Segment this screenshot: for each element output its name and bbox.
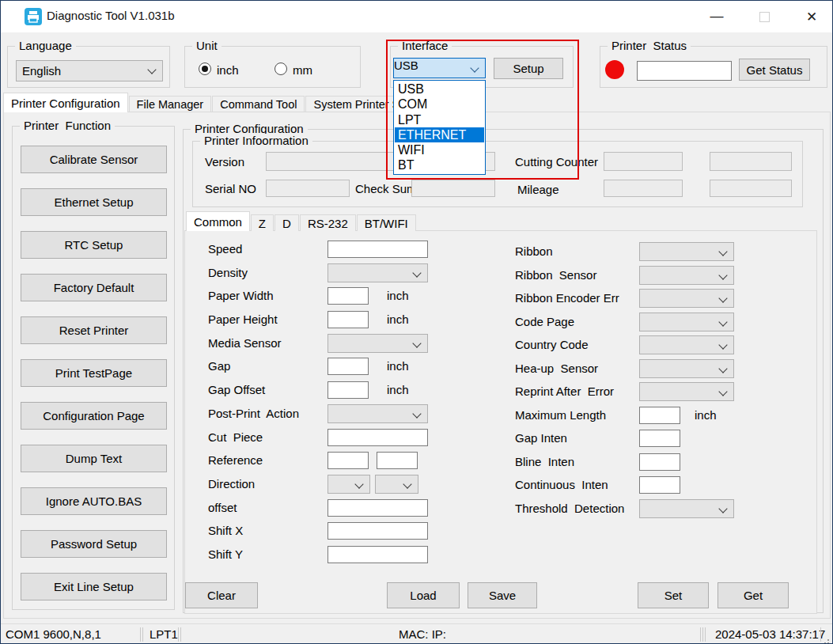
- interface-option-lpt[interactable]: LPT: [395, 112, 484, 127]
- gap-offset-input[interactable]: [328, 381, 369, 399]
- form-row-gap: Gapinch: [208, 355, 445, 379]
- get-button[interactable]: Get: [718, 582, 789, 608]
- reference-input-2[interactable]: [377, 452, 418, 469]
- reference-input-1[interactable]: [328, 452, 369, 469]
- density-dropdown[interactable]: [328, 263, 428, 282]
- bline-inten-input[interactable]: [639, 453, 680, 471]
- form-row-shift-y: Shift Y: [208, 544, 445, 567]
- language-dropdown[interactable]: English: [16, 60, 163, 81]
- cut-piece-label: Cut Piece: [208, 426, 263, 448]
- language-group: Language English: [7, 46, 170, 88]
- form-row-ribbon-encoder-err: Ribbon Encoder Err: [515, 287, 752, 311]
- shift-y-input[interactable]: [328, 546, 428, 563]
- maximum-length-input[interactable]: [639, 407, 680, 424]
- interface-value: USB: [394, 59, 418, 72]
- ethernet-setup-button[interactable]: Ethernet Setup: [21, 188, 167, 216]
- post-print-action-dropdown[interactable]: [328, 404, 428, 423]
- interface-option-ethernet[interactable]: ETHERNET: [395, 127, 484, 142]
- mac-ip-status: MAC: IP:: [399, 627, 446, 641]
- printer-app-icon: [25, 8, 42, 25]
- printer-function-buttons: Calibrate SensorEthernet SetupRTC SetupF…: [13, 146, 174, 600]
- media-sensor-dropdown[interactable]: [328, 334, 428, 353]
- com-port-status: COM1 9600,N,8,1: [6, 627, 101, 641]
- interface-option-bt[interactable]: BT: [395, 157, 484, 172]
- datetime-status: 2024-05-03 14:37:17: [715, 627, 825, 641]
- speed-input[interactable]: [328, 241, 428, 258]
- minimize-button[interactable]: —: [699, 1, 735, 32]
- direction-dropdown-1[interactable]: [328, 475, 370, 494]
- subtab-rs-232[interactable]: RS-232: [300, 214, 356, 231]
- save-button[interactable]: Save: [468, 582, 537, 608]
- shift-x-input[interactable]: [328, 522, 428, 540]
- subtab-bt-wifi[interactable]: BT/WIFI: [357, 214, 416, 231]
- setup-button[interactable]: Setup: [494, 58, 563, 79]
- interface-option-usb[interactable]: USB: [395, 81, 484, 97]
- ignore-auto-bas-button[interactable]: Ignore AUTO.BAS: [21, 487, 167, 515]
- printer-status-field[interactable]: [637, 61, 732, 81]
- calibrate-sensor-button[interactable]: Calibrate Sensor: [21, 146, 167, 173]
- code-page-dropdown[interactable]: [639, 313, 734, 331]
- country-code-dropdown[interactable]: [639, 335, 734, 354]
- tab-file-manager[interactable]: File Manager: [129, 96, 212, 112]
- ribbon-encoder-err-dropdown[interactable]: [639, 289, 734, 308]
- resize-grip[interactable]: [827, 639, 829, 641]
- subtab-common[interactable]: Common: [186, 211, 250, 231]
- statusbar-separator: [700, 627, 701, 642]
- unit-inch-radio[interactable]: [199, 63, 211, 75]
- hea-up-sensor-label: Hea-up Sensor: [515, 358, 598, 379]
- check-sum-field: [411, 180, 495, 197]
- form-row-cut-piece: Cut Piece: [208, 426, 445, 450]
- gap-inten-input[interactable]: [639, 430, 680, 447]
- exit-line-setup-button[interactable]: Exit Line Setup: [21, 573, 167, 600]
- offset-input[interactable]: [328, 499, 428, 517]
- subtab-d[interactable]: D: [275, 214, 299, 231]
- close-button[interactable]: ✕: [793, 1, 830, 32]
- reference-label: Reference: [208, 449, 263, 471]
- dump-text-button[interactable]: Dump Text: [21, 445, 167, 472]
- paper-width-input[interactable]: [328, 287, 369, 305]
- window-title: Diagnostic Tool V1.031b: [47, 9, 175, 22]
- form-row-post-print-action: Post-Print Action: [208, 403, 445, 426]
- unit-mm-radio[interactable]: [275, 63, 287, 75]
- set-button[interactable]: Set: [638, 582, 709, 608]
- continuous-inten-input[interactable]: [639, 476, 680, 494]
- form-row-country-code: Country Code: [515, 334, 752, 358]
- direction-dropdown-2[interactable]: [375, 475, 418, 494]
- configuration-page-button[interactable]: Configuration Page: [21, 402, 167, 430]
- paper-height-label: Paper Height: [208, 309, 278, 330]
- password-setup-button[interactable]: Password Setup: [21, 530, 167, 558]
- paper-height-input[interactable]: [328, 311, 369, 328]
- printer-status-group: Printer Status Get Status: [600, 46, 827, 88]
- title-bar: Diagnostic Tool V1.031b — ✕: [1, 1, 832, 32]
- reset-printer-button[interactable]: Reset Printer: [21, 316, 167, 344]
- interface-option-com[interactable]: COM: [395, 97, 484, 112]
- factory-default-button[interactable]: Factory Default: [21, 274, 167, 301]
- gap-input[interactable]: [328, 358, 369, 375]
- interface-option-wifi[interactable]: WIFI: [395, 142, 484, 157]
- subtab-z[interactable]: Z: [251, 214, 274, 231]
- bline-inten-label: Bline Inten: [515, 451, 574, 472]
- threshold-detection-dropdown[interactable]: [639, 499, 734, 518]
- clear-button[interactable]: Clear: [185, 582, 258, 608]
- gap-label: Gap: [208, 355, 230, 377]
- ribbon-dropdown[interactable]: [639, 242, 734, 261]
- print-testpage-button[interactable]: Print TestPage: [21, 359, 167, 387]
- get-status-button[interactable]: Get Status: [739, 59, 810, 81]
- interface-group-label: Interface: [398, 39, 452, 52]
- lpt-port-status: LPT1: [150, 627, 178, 641]
- interface-dropdown[interactable]: USB: [393, 58, 486, 78]
- form-row-offset: offset: [208, 497, 445, 521]
- tab-printer-configuration[interactable]: Printer Configuration: [3, 93, 128, 112]
- statusbar-separator: [705, 627, 706, 642]
- ribbon-sensor-dropdown[interactable]: [639, 266, 734, 285]
- form-right-column: RibbonRibbon SensorRibbon Encoder ErrCod…: [515, 241, 752, 521]
- reprint-after-error-dropdown[interactable]: [639, 382, 734, 401]
- rtc-setup-button[interactable]: RTC Setup: [21, 231, 167, 259]
- hea-up-sensor-dropdown[interactable]: [639, 359, 734, 378]
- form-row-density: Density: [208, 262, 445, 286]
- cut-piece-input[interactable]: [328, 429, 428, 446]
- tab-command-tool[interactable]: Command Tool: [212, 96, 305, 112]
- maximize-button[interactable]: [746, 1, 782, 32]
- load-button[interactable]: Load: [387, 582, 460, 608]
- speed-label: Speed: [208, 238, 242, 259]
